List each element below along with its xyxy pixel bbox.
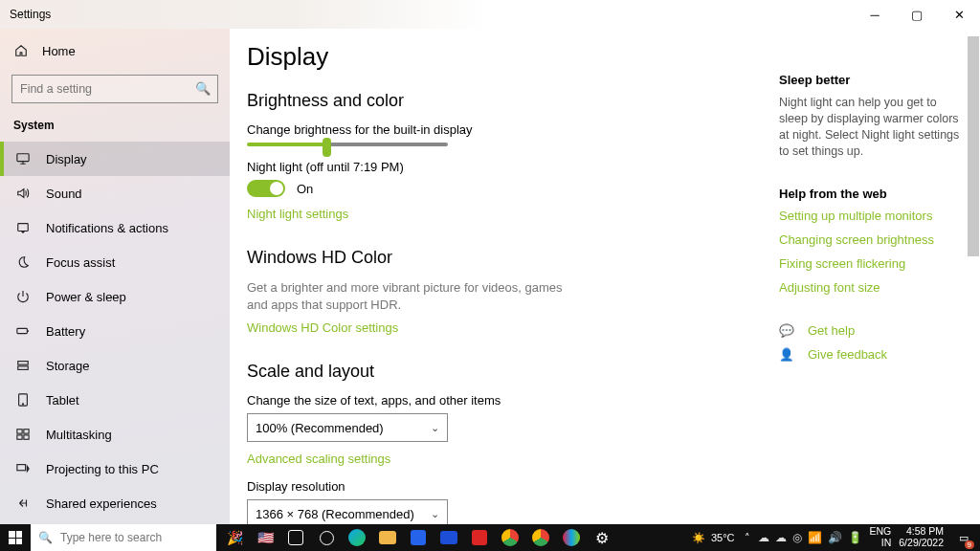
tray-date[interactable]: 6/29/2022 [899, 537, 944, 548]
sidebar-item-label: Sound [46, 187, 82, 201]
night-light-settings-link[interactable]: Night light settings [247, 207, 348, 221]
sidebar-item-shared-experiences[interactable]: Shared experiences [0, 486, 230, 520]
svg-rect-11 [17, 465, 26, 471]
taskbar: 🔍 Type here to search 🎉 🇺🇸 ⚙ ☀️ 35°C ˄ ☁… [0, 524, 980, 551]
taskbar-app-explorer[interactable] [373, 524, 402, 551]
tray-cloud-icon[interactable]: ☁ [775, 531, 787, 544]
monitor-icon [15, 151, 31, 166]
svg-rect-9 [17, 435, 22, 439]
tray-battery-icon[interactable]: 🔋 [848, 531, 862, 544]
help-link-flicker[interactable]: Fixing screen flickering [779, 256, 965, 271]
feedback-icon: 👤 [779, 347, 792, 362]
toggle-state: On [297, 182, 313, 196]
sidebar-item-label: Shared experiences [46, 496, 157, 511]
cortana-button[interactable] [312, 524, 341, 551]
slider-thumb[interactable] [323, 138, 331, 157]
brightness-slider[interactable] [247, 143, 448, 146]
taskbar-emoji[interactable]: 🎉 [220, 524, 249, 551]
scale-size-label: Change the size of text, apps, and other… [247, 393, 760, 408]
sidebar-item-sound[interactable]: Sound [0, 176, 230, 210]
sidebar-item-storage[interactable]: Storage [0, 348, 230, 383]
taskbar-search-text: Type here to search [60, 531, 162, 544]
svg-point-6 [22, 404, 23, 405]
sidebar-item-multitasking[interactable]: Multitasking [0, 417, 230, 452]
tablet-icon [15, 392, 31, 408]
sidebar-item-focus-assist[interactable]: Focus assist [0, 245, 230, 279]
night-light-toggle[interactable] [247, 180, 285, 197]
sidebar-item-label: Tablet [46, 393, 79, 408]
weather-temp: 35°C [711, 532, 735, 543]
home-button[interactable]: Home [0, 34, 230, 67]
scrollbar[interactable] [967, 29, 980, 524]
multitask-icon [15, 427, 31, 442]
chevron-down-icon: ⌄ [431, 422, 439, 434]
sidebar-item-tablet[interactable]: Tablet [0, 383, 230, 417]
window-title: Settings [0, 8, 51, 21]
sun-icon: ☀️ [692, 532, 705, 544]
tray-wifi-icon[interactable]: 📶 [808, 531, 822, 544]
help-link-monitors[interactable]: Setting up multiple monitors [779, 209, 965, 223]
brightness-slider-label: Change brightness for the built-in displ… [247, 122, 760, 137]
taskbar-app-chrome2[interactable] [526, 524, 555, 551]
svg-rect-7 [17, 430, 22, 433]
sidebar-item-label: Notifications & actions [46, 221, 168, 235]
feedback-link[interactable]: Give feedback [808, 347, 887, 362]
svg-rect-4 [18, 366, 29, 370]
page-title: Display [247, 42, 760, 72]
taskbar-flag[interactable]: 🇺🇸 [251, 524, 279, 551]
scale-dropdown[interactable]: 100% (Recommended) ⌄ [247, 413, 448, 442]
sidebar: Home 🔍 System DisplaySoundNotifications … [0, 29, 230, 524]
sleep-better-title: Sleep better [779, 73, 965, 87]
get-help-link[interactable]: Get help [808, 323, 855, 338]
svg-rect-2 [17, 328, 28, 333]
brightness-heading: Brightness and color [247, 91, 760, 111]
power-icon [15, 289, 31, 304]
hdcolor-settings-link[interactable]: Windows HD Color settings [247, 320, 398, 335]
svg-rect-1 [18, 224, 29, 231]
tray-onedrive-icon[interactable]: ☁ [758, 531, 769, 544]
notification-button[interactable]: ▭ 9 [951, 524, 976, 551]
help-link-font[interactable]: Adjusting font size [779, 280, 965, 295]
taskbar-search[interactable]: 🔍 Type here to search [31, 524, 216, 551]
minimize-button[interactable]: ─ [854, 0, 896, 29]
search-input[interactable] [11, 75, 218, 103]
search-icon: 🔍 [38, 531, 53, 544]
weather-widget[interactable]: ☀️ 35°C [692, 532, 735, 544]
tray-lang2[interactable]: IN [881, 537, 892, 548]
task-view-button[interactable] [281, 524, 310, 551]
resolution-dropdown[interactable]: 1366 × 768 (Recommended) ⌄ [247, 499, 448, 524]
sidebar-item-label: Multitasking [46, 428, 112, 442]
taskbar-app-chrome[interactable] [496, 524, 524, 551]
help-link-brightness[interactable]: Changing screen brightness [779, 232, 965, 247]
taskbar-app-settings[interactable]: ⚙ [588, 524, 616, 551]
sidebar-item-display[interactable]: Display [0, 142, 230, 176]
tray-lang1[interactable]: ENG [870, 525, 892, 537]
maximize-button[interactable]: ▢ [896, 0, 938, 29]
sidebar-item-power-sleep[interactable]: Power & sleep [0, 279, 230, 314]
advanced-scaling-link[interactable]: Advanced scaling settings [247, 452, 390, 466]
tray-location-icon[interactable]: ◎ [792, 531, 802, 544]
sidebar-item-label: Power & sleep [46, 290, 126, 304]
tray-time[interactable]: 4:58 PM [906, 525, 944, 537]
tray-volume-icon[interactable]: 🔊 [828, 531, 842, 544]
night-light-label: Night light (off until 7:19 PM) [247, 160, 760, 174]
start-button[interactable] [0, 524, 31, 551]
tray-chevron-icon[interactable]: ˄ [745, 532, 750, 543]
taskbar-app-paint[interactable] [557, 524, 586, 551]
notification-count: 9 [965, 540, 974, 549]
scrollbar-thumb[interactable] [968, 36, 979, 256]
project-icon [15, 461, 31, 476]
storage-icon [15, 358, 31, 373]
sidebar-item-notifications-actions[interactable]: Notifications & actions [0, 210, 230, 245]
taskbar-app-office[interactable] [465, 524, 494, 551]
sidebar-item-battery[interactable]: Battery [0, 314, 230, 348]
scale-heading: Scale and layout [247, 362, 760, 382]
sleep-better-text: Night light can help you get to sleep by… [779, 95, 965, 160]
section-label: System [0, 113, 230, 142]
taskbar-app-edge[interactable] [343, 524, 371, 551]
home-label: Home [42, 44, 76, 58]
taskbar-app-mail[interactable] [434, 524, 463, 551]
share-icon [15, 496, 31, 511]
sidebar-item-projecting-to-this-pc[interactable]: Projecting to this PC [0, 452, 230, 486]
taskbar-app-store[interactable] [404, 524, 433, 551]
